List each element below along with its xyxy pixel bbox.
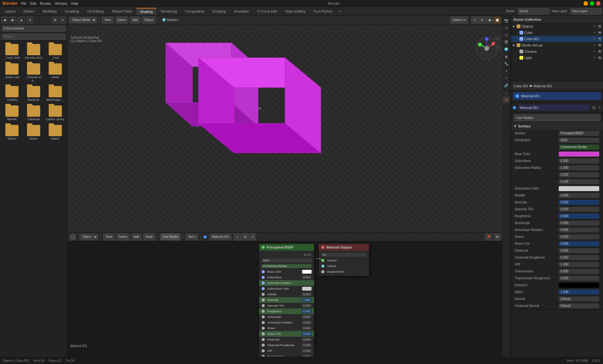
sidebar-filter-btn[interactable]: ≡: [60, 17, 66, 24]
prop-value[interactable]: 0.500: [559, 214, 599, 219]
use-nodes-prop-btn[interactable]: Use Nodes: [513, 114, 600, 121]
mat-selector-close[interactable]: ✕: [598, 105, 601, 110]
distribution-value[interactable]: GGX: [559, 138, 599, 143]
prop-value[interactable]: 0.000: [559, 228, 599, 233]
render-visibility-icon[interactable]: 📷: [597, 56, 602, 60]
outliner-item[interactable]: ▼ Studio Set-up 👁 📷: [511, 42, 603, 48]
render-visibility-icon[interactable]: 📷: [597, 24, 602, 29]
subsurface-method-value[interactable]: Christensen-Burley: [559, 145, 599, 150]
props-modifier-icon[interactable]: 🔧: [503, 60, 510, 67]
render-visibility-icon[interactable]: 📷: [597, 37, 602, 41]
prop-value[interactable]: 0.000: [559, 269, 599, 274]
mat-selector-copy[interactable]: ⧉: [592, 105, 595, 110]
sidebar-reload-btn[interactable]: ↺: [26, 17, 33, 24]
close-btn[interactable]: [596, 1, 600, 6]
base-color-swatch[interactable]: [302, 270, 312, 274]
visibility-icon[interactable]: 👁: [592, 24, 597, 29]
props-view-layer-icon[interactable]: 🗂: [503, 31, 510, 38]
sidebar-up-btn[interactable]: ▲: [18, 17, 25, 24]
surface-prop-value[interactable]: Principled BSDF: [559, 131, 599, 136]
select-menu-btn[interactable]: Select: [115, 17, 128, 24]
visibility-icon[interactable]: 👁: [592, 30, 597, 35]
tab-rendering[interactable]: Rendering: [157, 8, 181, 15]
node-node-btn[interactable]: Node: [143, 233, 155, 240]
maximize-btn[interactable]: [590, 1, 594, 6]
object-menu-btn[interactable]: Object: [142, 17, 155, 24]
prop-value[interactable]: 0.500: [559, 200, 599, 205]
prop-value[interactable]: 0.000: [559, 234, 599, 239]
node-pin-btn[interactable]: 📌: [485, 233, 492, 240]
file-item[interactable]: folder2: [24, 124, 44, 142]
tab-layout[interactable]: Layout: [1, 8, 19, 15]
visibility-icon[interactable]: 👁: [592, 37, 597, 41]
node-object-mode[interactable]: Object: [79, 234, 98, 240]
sidebar-back-btn[interactable]: ◀: [1, 17, 8, 24]
outliner-item[interactable]: ▼ Objects 👁 📷: [511, 23, 603, 29]
viewport-content[interactable]: Camera Perspective (1) Objects | Cube.00…: [68, 24, 503, 232]
tab-animation[interactable]: Animation: [230, 8, 253, 15]
sidebar-forward-btn[interactable]: ▶: [9, 17, 16, 24]
view-layer-selector[interactable]: View Layer: [570, 8, 602, 14]
prop-value[interactable]: 0.500: [559, 241, 599, 246]
prop-value[interactable]: 0.000: [559, 207, 599, 212]
file-item[interactable]: Audacity: [2, 85, 22, 103]
options-btn[interactable]: Options ▾: [450, 17, 468, 24]
view-menu-btn[interactable]: View: [102, 17, 113, 24]
menu-file[interactable]: File: [21, 2, 26, 5]
prop-value[interactable]: Default: [559, 303, 599, 308]
prop-value[interactable]: 0.200: [559, 172, 599, 177]
menu-edit[interactable]: Edit: [30, 2, 36, 5]
minimize-btn[interactable]: [584, 1, 588, 6]
prop-value[interactable]: 1.450: [559, 262, 599, 267]
slot-selector[interactable]: Slot 1: [186, 234, 198, 240]
tab-uv-editing[interactable]: UV Editing: [84, 8, 107, 15]
mat-selector-field[interactable]: Material.001: [518, 104, 589, 111]
tab-fcurve[interactable]: F-Curve Edit: [254, 8, 281, 15]
visibility-icon[interactable]: 👁: [592, 56, 597, 60]
tab-texture-paint[interactable]: Texture Paint: [108, 8, 136, 15]
prop-value[interactable]: 0.000: [559, 248, 599, 253]
menu-render[interactable]: Render: [40, 2, 51, 5]
sidebar-grid-btn[interactable]: ⊞: [52, 17, 58, 24]
surface-header[interactable]: ▼ Surface: [511, 122, 603, 130]
add-menu-btn[interactable]: Add: [130, 17, 140, 24]
render-visibility-icon[interactable]: 📷: [597, 43, 602, 47]
prop-value[interactable]: 0.000: [559, 221, 599, 226]
node-select-btn[interactable]: Select: [117, 233, 130, 240]
outliner-item[interactable]: · Cube.001 👁 📷: [511, 36, 603, 42]
props-physics-icon[interactable]: ⚛: [503, 75, 510, 82]
tab-video-editing[interactable]: Video Editing: [281, 8, 309, 15]
add-workspace-btn[interactable]: +: [337, 8, 344, 15]
tab-modeling[interactable]: Modeling: [39, 8, 61, 15]
viewport-shading-solid[interactable]: ●: [479, 17, 486, 24]
viewport-shading-wire[interactable]: ◻: [471, 17, 478, 24]
viewport-shading-lk[interactable]: ◉: [486, 17, 493, 24]
file-item[interactable]: _CAD: [45, 43, 65, 61]
prop-color-swatch[interactable]: [559, 283, 599, 288]
tab-pure-python[interactable]: Pure Python: [310, 8, 336, 15]
viewport-shading-rendered[interactable]: ⬤: [494, 17, 501, 24]
props-constraints-icon[interactable]: 🔗: [503, 82, 510, 89]
file-item[interactable]: 3ds Max 2021: [24, 43, 44, 61]
props-object-icon[interactable]: ▣: [503, 53, 510, 60]
node-view-btn[interactable]: View: [103, 233, 115, 240]
prop-value[interactable]: 1.000: [559, 165, 599, 170]
scene-selector[interactable]: Scene: [518, 8, 549, 14]
outliner-item[interactable]: · Cube 👁 📷: [511, 29, 603, 36]
prop-value[interactable]: 1.000: [559, 290, 599, 295]
viewport-zoom-in[interactable]: +: [494, 36, 501, 43]
prop-color-swatch[interactable]: [559, 152, 599, 157]
file-item[interactable]: _Read Later: [2, 62, 22, 84]
props-render-icon[interactable]: 📷: [503, 17, 510, 24]
tab-drivers[interactable]: Drivers: [20, 8, 38, 15]
prop-value[interactable]: 0.030: [559, 255, 599, 260]
tab-sculpting[interactable]: Sculpting: [61, 8, 83, 15]
prop-color-swatch[interactable]: [559, 186, 599, 191]
menu-help[interactable]: Help: [71, 2, 78, 5]
material-selector-node[interactable]: Material.001: [210, 234, 231, 240]
tab-shading[interactable]: Shading: [136, 8, 156, 15]
file-item[interactable]: _Tutorials and...: [24, 62, 44, 84]
props-output-icon[interactable]: 🖨: [503, 24, 510, 31]
prop-value[interactable]: 0.100: [559, 179, 599, 184]
props-object-data-icon[interactable]: △: [503, 89, 510, 96]
